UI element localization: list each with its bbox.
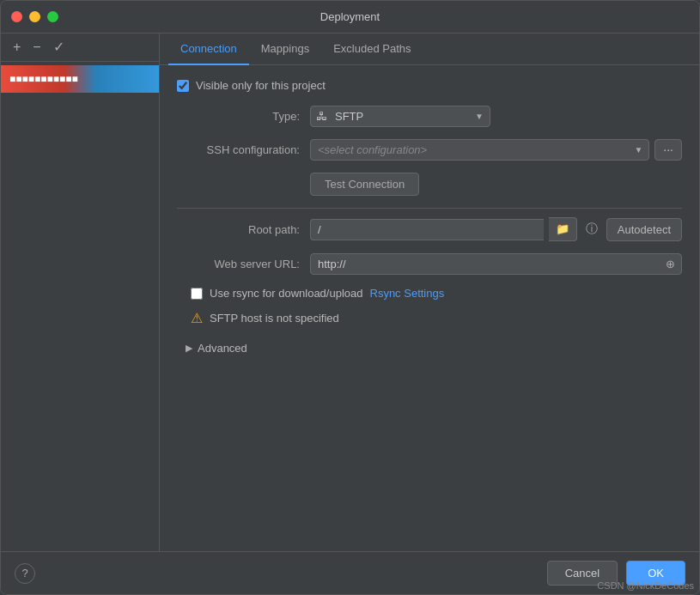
maximize-button[interactable] bbox=[47, 11, 58, 22]
window-title: Deployment bbox=[320, 10, 380, 23]
add-server-button[interactable]: + bbox=[9, 39, 24, 56]
warning-icon: ⚠ bbox=[191, 310, 203, 326]
confirm-button[interactable]: ✓ bbox=[50, 39, 68, 56]
traffic-lights bbox=[11, 11, 58, 22]
type-select-wrapper: 🖧 SFTP FTP FTPS ▼ bbox=[310, 106, 490, 127]
tab-excluded-paths[interactable]: Excluded Paths bbox=[321, 33, 423, 65]
test-connection-row: Test Connection bbox=[177, 173, 682, 196]
type-label: Type: bbox=[177, 110, 310, 123]
visible-only-label: Visible only for this project bbox=[196, 79, 326, 92]
root-path-input[interactable] bbox=[310, 219, 544, 240]
right-panel: Connection Mappings Excluded Paths Visib… bbox=[160, 33, 699, 551]
watermark: CSDN @NickDeCodes bbox=[597, 580, 694, 591]
web-url-wrapper: ⊕ bbox=[310, 253, 682, 275]
sidebar-item-label: ■■■■■■■■■■■ bbox=[9, 73, 78, 85]
advanced-arrow-icon: ▶ bbox=[186, 343, 192, 354]
root-path-row: Root path: 📁 ⓘ Autodetect bbox=[177, 217, 682, 241]
deployment-window: Deployment + − ✓ ■■■■■■■■■■■ Connection … bbox=[0, 0, 700, 595]
web-server-url-row: Web server URL: ⊕ bbox=[177, 253, 682, 275]
form-area: Visible only for this project Type: 🖧 SF… bbox=[160, 65, 699, 551]
ssh-config-label: SSH configuration: bbox=[177, 143, 310, 156]
help-button[interactable]: ? bbox=[15, 563, 35, 584]
web-server-url-input[interactable] bbox=[310, 253, 682, 275]
ssh-config-select[interactable]: <select configuration> bbox=[310, 139, 649, 161]
main-content: + − ✓ ■■■■■■■■■■■ Connection Mappings Ex… bbox=[1, 33, 699, 551]
test-connection-button[interactable]: Test Connection bbox=[310, 173, 419, 196]
visible-only-row: Visible only for this project bbox=[177, 79, 682, 92]
advanced-row[interactable]: ▶ Advanced bbox=[177, 338, 682, 358]
sidebar: + − ✓ ■■■■■■■■■■■ bbox=[1, 33, 160, 551]
root-path-control: 📁 ⓘ Autodetect bbox=[310, 217, 682, 241]
test-connection-control: Test Connection bbox=[310, 173, 682, 196]
sidebar-item-server[interactable]: ■■■■■■■■■■■ bbox=[1, 65, 159, 93]
sidebar-toolbar: + − ✓ bbox=[1, 33, 159, 62]
root-path-browse-button[interactable]: 📁 bbox=[549, 217, 577, 241]
root-path-label: Root path: bbox=[177, 223, 310, 236]
tab-mappings[interactable]: Mappings bbox=[249, 33, 321, 65]
warning-text: SFTP host is not specified bbox=[210, 312, 339, 325]
web-server-url-label: Web server URL: bbox=[177, 258, 310, 270]
remove-server-button[interactable]: − bbox=[29, 39, 44, 56]
close-button[interactable] bbox=[11, 11, 22, 22]
ssh-config-row: SSH configuration: <select configuration… bbox=[177, 139, 682, 161]
tabs-bar: Connection Mappings Excluded Paths bbox=[160, 33, 699, 65]
ssh-select-wrapper: <select configuration> ▼ bbox=[310, 139, 649, 161]
rsync-label: Use rsync for download/upload bbox=[210, 287, 363, 300]
rsync-row: Use rsync for download/upload Rsync Sett… bbox=[177, 287, 682, 300]
root-path-help-icon[interactable]: ⓘ bbox=[582, 220, 601, 239]
rsync-settings-link[interactable]: Rsync Settings bbox=[370, 287, 445, 300]
autodetect-button[interactable]: Autodetect bbox=[606, 218, 682, 241]
ssh-config-dots-button[interactable]: ··· bbox=[654, 139, 682, 161]
advanced-label: Advanced bbox=[198, 342, 247, 355]
warning-row: ⚠ SFTP host is not specified bbox=[177, 310, 682, 326]
divider-1 bbox=[177, 208, 682, 209]
bottom-bar: ? Cancel OK bbox=[1, 551, 699, 594]
tab-connection[interactable]: Connection bbox=[168, 33, 249, 65]
type-control: 🖧 SFTP FTP FTPS ▼ bbox=[310, 106, 682, 127]
title-bar: Deployment bbox=[1, 1, 699, 33]
visible-only-checkbox[interactable] bbox=[177, 80, 189, 92]
type-select[interactable]: SFTP FTP FTPS bbox=[310, 106, 490, 127]
web-server-url-control: ⊕ bbox=[310, 253, 682, 275]
rsync-checkbox[interactable] bbox=[191, 288, 203, 300]
ssh-config-control: <select configuration> ▼ ··· bbox=[310, 139, 682, 161]
minimize-button[interactable] bbox=[29, 11, 40, 22]
type-row: Type: 🖧 SFTP FTP FTPS ▼ bbox=[177, 106, 682, 127]
